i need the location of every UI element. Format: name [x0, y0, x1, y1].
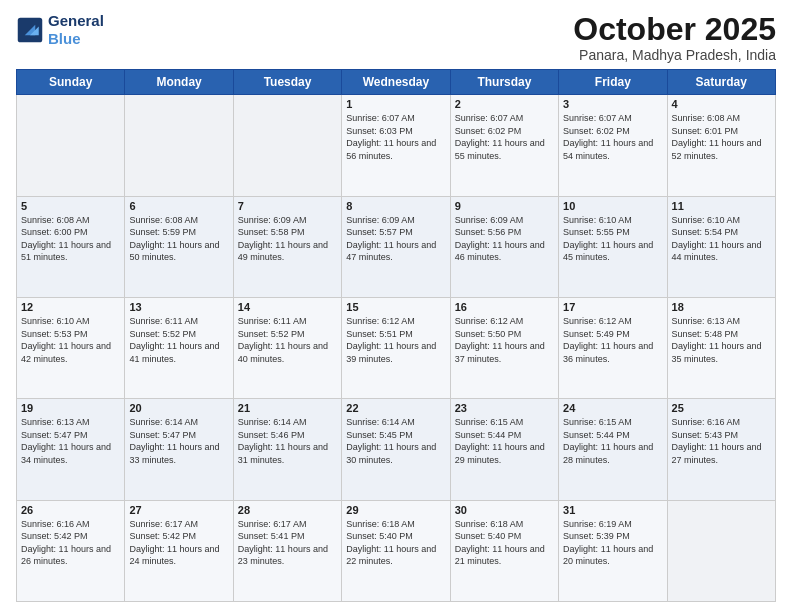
cell-info: Sunrise: 6:14 AMSunset: 5:47 PMDaylight:… — [129, 416, 228, 466]
cell-info: Sunrise: 6:14 AMSunset: 5:46 PMDaylight:… — [238, 416, 337, 466]
day-number: 10 — [563, 200, 662, 212]
calendar-cell: 21Sunrise: 6:14 AMSunset: 5:46 PMDayligh… — [233, 399, 341, 500]
day-header-tuesday: Tuesday — [233, 70, 341, 95]
logo: General Blue — [16, 12, 104, 48]
calendar-cell: 22Sunrise: 6:14 AMSunset: 5:45 PMDayligh… — [342, 399, 450, 500]
day-header-saturday: Saturday — [667, 70, 775, 95]
calendar-week-1: 1Sunrise: 6:07 AMSunset: 6:03 PMDaylight… — [17, 95, 776, 196]
calendar-cell: 18Sunrise: 6:13 AMSunset: 5:48 PMDayligh… — [667, 297, 775, 398]
calendar-cell: 9Sunrise: 6:09 AMSunset: 5:56 PMDaylight… — [450, 196, 558, 297]
day-header-sunday: Sunday — [17, 70, 125, 95]
calendar-cell: 13Sunrise: 6:11 AMSunset: 5:52 PMDayligh… — [125, 297, 233, 398]
cell-info: Sunrise: 6:07 AMSunset: 6:03 PMDaylight:… — [346, 112, 445, 162]
title-block: October 2025 Panara, Madhya Pradesh, Ind… — [573, 12, 776, 63]
calendar-cell — [233, 95, 341, 196]
calendar-cell: 24Sunrise: 6:15 AMSunset: 5:44 PMDayligh… — [559, 399, 667, 500]
day-number: 16 — [455, 301, 554, 313]
cell-info: Sunrise: 6:07 AMSunset: 6:02 PMDaylight:… — [563, 112, 662, 162]
day-header-thursday: Thursday — [450, 70, 558, 95]
logo-icon — [16, 16, 44, 44]
cell-info: Sunrise: 6:09 AMSunset: 5:56 PMDaylight:… — [455, 214, 554, 264]
calendar-cell: 4Sunrise: 6:08 AMSunset: 6:01 PMDaylight… — [667, 95, 775, 196]
calendar-cell: 26Sunrise: 6:16 AMSunset: 5:42 PMDayligh… — [17, 500, 125, 601]
day-number: 22 — [346, 402, 445, 414]
day-number: 11 — [672, 200, 771, 212]
day-number: 26 — [21, 504, 120, 516]
day-number: 20 — [129, 402, 228, 414]
day-number: 15 — [346, 301, 445, 313]
month-title: October 2025 — [573, 12, 776, 47]
cell-info: Sunrise: 6:10 AMSunset: 5:54 PMDaylight:… — [672, 214, 771, 264]
cell-info: Sunrise: 6:18 AMSunset: 5:40 PMDaylight:… — [455, 518, 554, 568]
calendar-cell: 3Sunrise: 6:07 AMSunset: 6:02 PMDaylight… — [559, 95, 667, 196]
calendar-cell: 14Sunrise: 6:11 AMSunset: 5:52 PMDayligh… — [233, 297, 341, 398]
calendar-cell: 19Sunrise: 6:13 AMSunset: 5:47 PMDayligh… — [17, 399, 125, 500]
day-number: 14 — [238, 301, 337, 313]
day-number: 23 — [455, 402, 554, 414]
cell-info: Sunrise: 6:13 AMSunset: 5:47 PMDaylight:… — [21, 416, 120, 466]
cell-info: Sunrise: 6:08 AMSunset: 6:01 PMDaylight:… — [672, 112, 771, 162]
cell-info: Sunrise: 6:13 AMSunset: 5:48 PMDaylight:… — [672, 315, 771, 365]
day-number: 7 — [238, 200, 337, 212]
calendar-cell: 12Sunrise: 6:10 AMSunset: 5:53 PMDayligh… — [17, 297, 125, 398]
calendar-cell: 11Sunrise: 6:10 AMSunset: 5:54 PMDayligh… — [667, 196, 775, 297]
location: Panara, Madhya Pradesh, India — [573, 47, 776, 63]
calendar-week-3: 12Sunrise: 6:10 AMSunset: 5:53 PMDayligh… — [17, 297, 776, 398]
day-number: 5 — [21, 200, 120, 212]
day-number: 2 — [455, 98, 554, 110]
day-number: 24 — [563, 402, 662, 414]
calendar-cell — [667, 500, 775, 601]
day-number: 27 — [129, 504, 228, 516]
day-number: 19 — [21, 402, 120, 414]
calendar-cell: 7Sunrise: 6:09 AMSunset: 5:58 PMDaylight… — [233, 196, 341, 297]
calendar-cell: 5Sunrise: 6:08 AMSunset: 6:00 PMDaylight… — [17, 196, 125, 297]
cell-info: Sunrise: 6:18 AMSunset: 5:40 PMDaylight:… — [346, 518, 445, 568]
calendar-header-row: SundayMondayTuesdayWednesdayThursdayFrid… — [17, 70, 776, 95]
calendar: SundayMondayTuesdayWednesdayThursdayFrid… — [16, 69, 776, 602]
page: General Blue October 2025 Panara, Madhya… — [0, 0, 792, 612]
cell-info: Sunrise: 6:15 AMSunset: 5:44 PMDaylight:… — [455, 416, 554, 466]
day-number: 21 — [238, 402, 337, 414]
cell-info: Sunrise: 6:09 AMSunset: 5:58 PMDaylight:… — [238, 214, 337, 264]
day-number: 28 — [238, 504, 337, 516]
cell-info: Sunrise: 6:14 AMSunset: 5:45 PMDaylight:… — [346, 416, 445, 466]
calendar-cell: 8Sunrise: 6:09 AMSunset: 5:57 PMDaylight… — [342, 196, 450, 297]
calendar-cell: 25Sunrise: 6:16 AMSunset: 5:43 PMDayligh… — [667, 399, 775, 500]
day-number: 4 — [672, 98, 771, 110]
cell-info: Sunrise: 6:10 AMSunset: 5:53 PMDaylight:… — [21, 315, 120, 365]
day-number: 30 — [455, 504, 554, 516]
calendar-cell: 10Sunrise: 6:10 AMSunset: 5:55 PMDayligh… — [559, 196, 667, 297]
cell-info: Sunrise: 6:17 AMSunset: 5:42 PMDaylight:… — [129, 518, 228, 568]
calendar-week-5: 26Sunrise: 6:16 AMSunset: 5:42 PMDayligh… — [17, 500, 776, 601]
cell-info: Sunrise: 6:10 AMSunset: 5:55 PMDaylight:… — [563, 214, 662, 264]
calendar-cell: 6Sunrise: 6:08 AMSunset: 5:59 PMDaylight… — [125, 196, 233, 297]
calendar-cell: 23Sunrise: 6:15 AMSunset: 5:44 PMDayligh… — [450, 399, 558, 500]
calendar-cell: 29Sunrise: 6:18 AMSunset: 5:40 PMDayligh… — [342, 500, 450, 601]
cell-info: Sunrise: 6:11 AMSunset: 5:52 PMDaylight:… — [238, 315, 337, 365]
day-number: 13 — [129, 301, 228, 313]
cell-info: Sunrise: 6:19 AMSunset: 5:39 PMDaylight:… — [563, 518, 662, 568]
calendar-cell: 2Sunrise: 6:07 AMSunset: 6:02 PMDaylight… — [450, 95, 558, 196]
day-header-monday: Monday — [125, 70, 233, 95]
day-header-wednesday: Wednesday — [342, 70, 450, 95]
calendar-cell: 20Sunrise: 6:14 AMSunset: 5:47 PMDayligh… — [125, 399, 233, 500]
calendar-cell: 16Sunrise: 6:12 AMSunset: 5:50 PMDayligh… — [450, 297, 558, 398]
cell-info: Sunrise: 6:12 AMSunset: 5:49 PMDaylight:… — [563, 315, 662, 365]
cell-info: Sunrise: 6:08 AMSunset: 5:59 PMDaylight:… — [129, 214, 228, 264]
cell-info: Sunrise: 6:08 AMSunset: 6:00 PMDaylight:… — [21, 214, 120, 264]
calendar-cell: 17Sunrise: 6:12 AMSunset: 5:49 PMDayligh… — [559, 297, 667, 398]
logo-text: General Blue — [48, 12, 104, 48]
calendar-cell: 1Sunrise: 6:07 AMSunset: 6:03 PMDaylight… — [342, 95, 450, 196]
calendar-cell — [17, 95, 125, 196]
day-number: 29 — [346, 504, 445, 516]
calendar-cell: 28Sunrise: 6:17 AMSunset: 5:41 PMDayligh… — [233, 500, 341, 601]
day-header-friday: Friday — [559, 70, 667, 95]
day-number: 1 — [346, 98, 445, 110]
day-number: 6 — [129, 200, 228, 212]
calendar-cell — [125, 95, 233, 196]
calendar-cell: 15Sunrise: 6:12 AMSunset: 5:51 PMDayligh… — [342, 297, 450, 398]
cell-info: Sunrise: 6:09 AMSunset: 5:57 PMDaylight:… — [346, 214, 445, 264]
calendar-cell: 30Sunrise: 6:18 AMSunset: 5:40 PMDayligh… — [450, 500, 558, 601]
cell-info: Sunrise: 6:11 AMSunset: 5:52 PMDaylight:… — [129, 315, 228, 365]
calendar-cell: 27Sunrise: 6:17 AMSunset: 5:42 PMDayligh… — [125, 500, 233, 601]
